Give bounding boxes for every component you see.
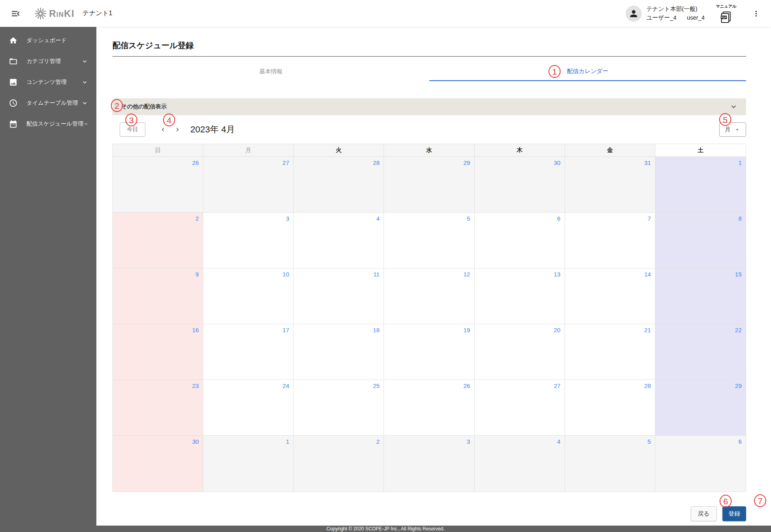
day-number: 29 (463, 159, 470, 166)
view-mode-dropdown[interactable]: 月 (719, 122, 746, 137)
calendar-day-cell[interactable]: 31 (565, 157, 655, 213)
day-number: 2 (376, 438, 379, 445)
back-button[interactable]: 戻る (691, 506, 717, 521)
day-number: 8 (738, 215, 742, 222)
day-number: 27 (283, 159, 290, 166)
calendar-week-row: 9 10 11 12 13 14 15 (113, 268, 746, 324)
calendar-day-cell[interactable]: 1 (655, 157, 746, 213)
more-options-icon[interactable] (752, 9, 761, 18)
calendar-day-cell[interactable]: 19 (384, 324, 474, 380)
calendar-day-cell[interactable]: 29 (384, 157, 474, 213)
calendar-day-cell[interactable]: 28 (565, 380, 655, 436)
day-number: 26 (192, 159, 199, 166)
calendar-day-cell[interactable]: 4 (475, 436, 565, 491)
prev-month-button[interactable] (156, 122, 170, 137)
calendar-day-cell[interactable]: 17 (203, 324, 294, 380)
view-mode-label: 月 (725, 126, 730, 133)
calendar-day-cell[interactable]: 6 (475, 213, 565, 268)
calendar-week-row: 2 3 4 5 6 7 8 (113, 213, 746, 268)
calendar-day-cell[interactable]: 24 (203, 380, 294, 436)
day-header-thu: 木 (475, 144, 565, 157)
calendar-day-cell[interactable]: 2 (113, 213, 203, 268)
calendar-icon (9, 120, 18, 128)
user-info: テナント本部(一般) ユーザー_4user_4 (647, 5, 705, 22)
brand-logo[interactable]: RINKI (35, 8, 74, 20)
day-number: 22 (735, 327, 742, 333)
day-number: 27 (554, 382, 561, 389)
tab-delivery-calendar[interactable]: 配信カレンダー (429, 62, 746, 81)
next-month-button[interactable] (170, 122, 185, 137)
calendar-day-cell[interactable]: 27 (475, 380, 565, 436)
day-number: 13 (554, 271, 561, 278)
day-number: 28 (373, 159, 380, 166)
submit-button[interactable]: 登録 (722, 506, 746, 521)
day-number: 9 (196, 271, 199, 278)
day-number: 16 (192, 327, 199, 333)
calendar-day-cell[interactable]: 3 (203, 213, 294, 268)
sidebar-item-schedule[interactable]: 配信スケジュール管理 (0, 114, 96, 134)
calendar-day-cell[interactable]: 22 (655, 324, 746, 380)
user-role: テナント本部(一般) (647, 5, 705, 13)
calendar-day-cell[interactable]: 26 (113, 157, 203, 213)
calendar-day-cell[interactable]: 23 (113, 380, 203, 436)
chevron-down-icon (81, 99, 88, 107)
calendar-day-cell[interactable]: 25 (294, 380, 384, 436)
calendar-day-cell[interactable]: 29 (655, 380, 746, 436)
day-header-sun: 日 (113, 144, 203, 157)
calendar-day-cell[interactable]: 27 (203, 157, 294, 213)
clock-icon (9, 99, 18, 108)
calendar-day-cell[interactable]: 13 (475, 268, 565, 324)
day-number: 26 (463, 382, 470, 389)
sidebar-item-dashboard[interactable]: ダッシュボード (0, 30, 96, 51)
calendar-day-cell[interactable]: 30 (475, 157, 565, 213)
calendar-day-cell[interactable]: 4 (294, 213, 384, 268)
chevron-right-icon (174, 126, 181, 133)
calendar-day-cell[interactable]: 15 (655, 268, 746, 324)
calendar-day-cell[interactable]: 6 (655, 436, 746, 491)
day-number: 23 (192, 382, 199, 389)
day-number: 10 (283, 271, 290, 278)
today-button[interactable]: 今日 (120, 122, 145, 137)
calendar-day-cell[interactable]: 12 (384, 268, 474, 324)
day-number: 2 (196, 215, 199, 222)
calendar-week-row: 16 17 18 19 20 21 22 (113, 324, 746, 380)
calendar-day-cell[interactable]: 9 (113, 268, 203, 324)
user-avatar[interactable] (626, 6, 642, 22)
calendar-day-cell[interactable]: 5 (565, 436, 655, 491)
chevron-down-icon (81, 79, 88, 86)
calendar-day-cell[interactable]: 11 (294, 268, 384, 324)
calendar-day-cell[interactable]: 21 (565, 324, 655, 380)
calendar-day-cell[interactable]: 5 (384, 213, 474, 268)
calendar-day-cell[interactable]: 3 (384, 436, 474, 491)
day-number: 19 (463, 327, 470, 333)
day-number: 14 (644, 271, 651, 278)
calendar-day-cell[interactable]: 30 (113, 436, 203, 491)
day-number: 31 (644, 159, 651, 166)
manual-pdf-button[interactable]: マニュアル PDF (716, 4, 736, 23)
other-delivery-accordion[interactable]: その他の配信表示 (112, 98, 746, 115)
calendar-day-cell[interactable]: 1 (203, 436, 294, 491)
sidebar-item-timetable[interactable]: タイムテーブル管理 (0, 93, 96, 114)
calendar-day-cell[interactable]: 7 (565, 213, 655, 268)
calendar-day-cell[interactable]: 8 (655, 213, 746, 268)
sidebar: ダッシュボード カテゴリ管理 コンテンツ管理 タイムテーブル管理 配信スケジュー… (0, 27, 96, 526)
brand-name: RINKI (49, 8, 74, 19)
chevron-down-icon (84, 120, 88, 128)
calendar-day-cell[interactable]: 20 (475, 324, 565, 380)
calendar-day-cell[interactable]: 14 (565, 268, 655, 324)
day-number: 5 (648, 438, 651, 445)
month-calendar: 日 月 火 水 木 金 土 26 27 28 29 30 31 1 2 3 4 … (112, 144, 746, 492)
tab-basic-info[interactable]: 基本情報 (112, 62, 429, 81)
calendar-day-cell[interactable]: 26 (384, 380, 474, 436)
menu-open-icon[interactable] (10, 8, 21, 19)
sidebar-item-category[interactable]: カテゴリ管理 (0, 51, 96, 72)
calendar-day-cell[interactable]: 2 (294, 436, 384, 491)
sidebar-item-content[interactable]: コンテンツ管理 (0, 72, 96, 93)
day-header-tue: 火 (294, 144, 384, 157)
calendar-day-cell[interactable]: 16 (113, 324, 203, 380)
calendar-day-cell[interactable]: 10 (203, 268, 294, 324)
calendar-day-cell[interactable]: 28 (294, 157, 384, 213)
day-number: 30 (192, 438, 199, 445)
pinwheel-logo-icon (35, 8, 47, 20)
calendar-day-cell[interactable]: 18 (294, 324, 384, 380)
